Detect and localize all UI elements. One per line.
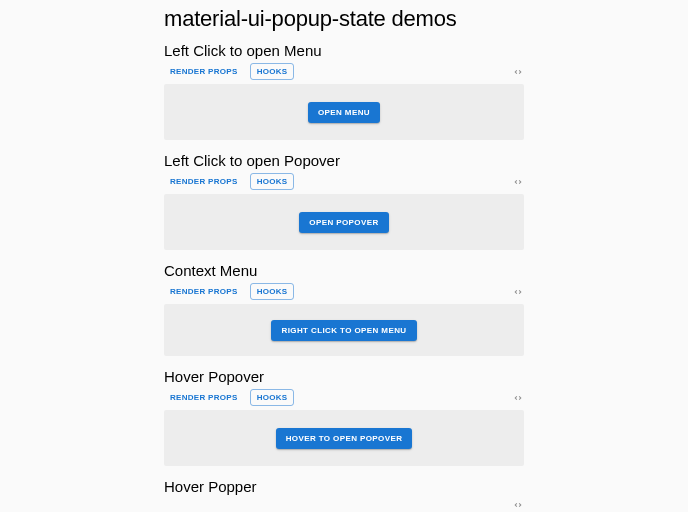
- demo-area: OPEN MENU: [164, 84, 524, 140]
- demo-area: OPEN POPOVER: [164, 194, 524, 250]
- code-icon[interactable]: [512, 499, 524, 511]
- context-menu-button[interactable]: RIGHT CLICK TO OPEN MENU: [271, 320, 416, 341]
- code-icon[interactable]: [512, 286, 524, 298]
- tablist: RENDER PROPS HOOKS: [164, 173, 294, 190]
- open-menu-button[interactable]: OPEN MENU: [308, 102, 380, 123]
- demo-area: RIGHT CLICK TO OPEN MENU: [164, 304, 524, 356]
- demo-section: Hover Popper HOVER TO OPEN POPPER: [164, 478, 524, 512]
- tab-render-props[interactable]: RENDER PROPS: [164, 284, 244, 299]
- tab-hooks[interactable]: HOOKS: [250, 63, 295, 80]
- section-toolbar: RENDER PROPS HOOKS: [164, 173, 524, 190]
- demo-section: Hover Popover RENDER PROPS HOOKS HOVER T…: [164, 368, 524, 466]
- demo-section: Left Click to open Menu RENDER PROPS HOO…: [164, 42, 524, 140]
- section-toolbar: RENDER PROPS HOOKS: [164, 389, 524, 406]
- tablist: RENDER PROPS HOOKS: [164, 283, 294, 300]
- demo-area: HOVER TO OPEN POPOVER: [164, 410, 524, 466]
- tab-hooks[interactable]: HOOKS: [250, 389, 295, 406]
- tab-hooks[interactable]: HOOKS: [250, 173, 295, 190]
- section-toolbar: RENDER PROPS HOOKS: [164, 283, 524, 300]
- tab-render-props[interactable]: RENDER PROPS: [164, 64, 244, 79]
- section-heading: Left Click to open Popover: [164, 152, 524, 169]
- code-icon[interactable]: [512, 392, 524, 404]
- open-popover-button[interactable]: OPEN POPOVER: [299, 212, 388, 233]
- tab-hooks[interactable]: HOOKS: [250, 283, 295, 300]
- tablist: RENDER PROPS HOOKS: [164, 63, 294, 80]
- section-toolbar: [164, 499, 524, 511]
- hover-popover-button[interactable]: HOVER TO OPEN POPOVER: [276, 428, 413, 449]
- tab-render-props[interactable]: RENDER PROPS: [164, 390, 244, 405]
- section-heading: Left Click to open Menu: [164, 42, 524, 59]
- section-toolbar: RENDER PROPS HOOKS: [164, 63, 524, 80]
- code-icon[interactable]: [512, 176, 524, 188]
- page-title: material-ui-popup-state demos: [164, 6, 524, 32]
- section-heading: Context Menu: [164, 262, 524, 279]
- tab-render-props[interactable]: RENDER PROPS: [164, 174, 244, 189]
- demo-section: Context Menu RENDER PROPS HOOKS RIGHT CL…: [164, 262, 524, 356]
- section-heading: Hover Popover: [164, 368, 524, 385]
- tablist: RENDER PROPS HOOKS: [164, 389, 294, 406]
- demo-section: Left Click to open Popover RENDER PROPS …: [164, 152, 524, 250]
- code-icon[interactable]: [512, 66, 524, 78]
- section-heading: Hover Popper: [164, 478, 524, 495]
